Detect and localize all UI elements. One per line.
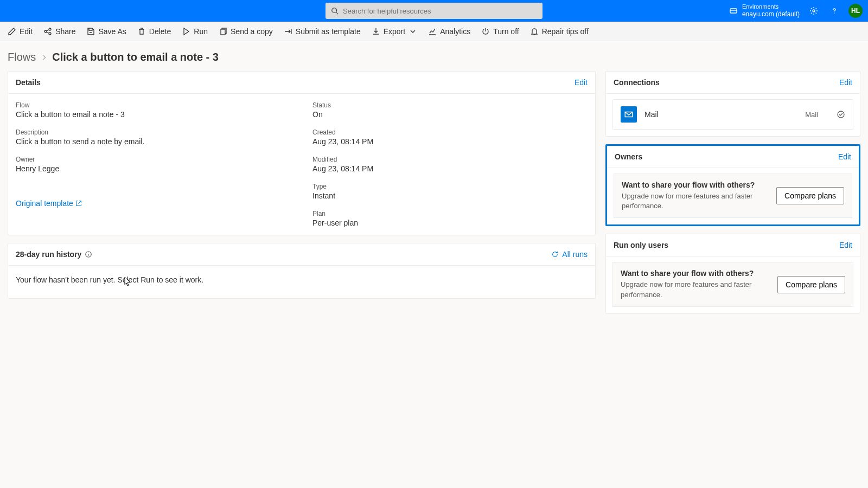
plan-value: Per-user plan	[312, 219, 588, 227]
submit-icon	[284, 27, 292, 36]
run-history-empty: Your flow hasn't been run yet. Select Ru…	[8, 266, 595, 298]
owner-value: Henry Legge	[16, 164, 291, 173]
svg-point-8	[49, 33, 51, 35]
submit-template-button[interactable]: Submit as template	[284, 27, 361, 36]
question-icon	[830, 7, 839, 15]
chevron-right-icon	[40, 54, 48, 61]
gear-icon	[809, 7, 818, 15]
search-icon	[331, 7, 339, 15]
owners-promo-title: Want to share your flow with others?	[622, 181, 765, 189]
check-circle-icon	[837, 110, 845, 119]
export-button[interactable]: Export	[372, 27, 417, 36]
flow-value: Click a button to email a note - 3	[16, 110, 291, 119]
edit-icon	[8, 27, 16, 36]
delete-button[interactable]: Delete	[137, 27, 171, 36]
status-value: On	[312, 110, 588, 119]
share-button[interactable]: Share	[43, 27, 75, 36]
created-value: Aug 23, 08:14 PM	[312, 137, 588, 146]
run-only-edit-link[interactable]: Edit	[839, 241, 852, 249]
env-label: Environments	[742, 3, 800, 10]
connections-card: Connections Edit Mail Mail	[605, 71, 860, 137]
desc-value: Click a button to send a note by email.	[16, 137, 291, 146]
breadcrumb: Flows Click a button to email a note - 3	[0, 41, 868, 71]
run-only-promo-sub: Upgrade now for more features and faster…	[621, 280, 767, 299]
trash-icon	[137, 27, 146, 36]
compare-plans-button[interactable]: Compare plans	[777, 276, 845, 293]
connection-type: Mail	[805, 111, 818, 119]
owners-title: Owners	[615, 152, 642, 161]
help-button[interactable]	[828, 4, 841, 17]
user-avatar[interactable]: HL	[848, 4, 863, 18]
breadcrumb-current: Click a button to email a note - 3	[52, 51, 219, 63]
content-area: Details Edit FlowClick a button to email…	[0, 71, 868, 325]
plan-label: Plan	[312, 210, 588, 217]
app-header: Environments enayu.com (default) HL	[0, 0, 868, 22]
export-icon	[372, 27, 380, 36]
send-copy-button[interactable]: Send a copy	[219, 27, 273, 36]
edit-button[interactable]: Edit	[8, 27, 33, 36]
connection-item[interactable]: Mail Mail	[612, 99, 853, 130]
svg-point-0	[332, 8, 337, 13]
svg-rect-2	[730, 9, 737, 13]
env-value: enayu.com (default)	[742, 10, 800, 18]
search-box[interactable]	[326, 3, 542, 19]
save-as-button[interactable]: Save As	[86, 27, 126, 36]
run-only-title: Run only users	[614, 241, 668, 249]
svg-point-7	[49, 28, 51, 30]
connections-title: Connections	[614, 78, 660, 87]
modified-label: Modified	[312, 156, 588, 163]
play-icon	[182, 27, 190, 36]
header-right: Environments enayu.com (default) HL	[729, 3, 868, 18]
info-icon[interactable]	[85, 251, 92, 258]
owners-edit-link[interactable]: Edit	[838, 152, 851, 161]
bell-icon	[530, 27, 539, 36]
repair-tips-button[interactable]: Repair tips off	[530, 27, 589, 36]
run-history-title: 28-day run history	[16, 250, 81, 259]
refresh-icon	[551, 251, 559, 258]
environment-icon	[729, 7, 738, 15]
type-label: Type	[312, 183, 588, 190]
connection-name: Mail	[644, 110, 797, 119]
svg-line-10	[47, 32, 49, 33]
search-input[interactable]	[343, 7, 537, 15]
power-icon	[481, 27, 490, 36]
type-value: Instant	[312, 191, 588, 200]
owners-card: Owners Edit Want to share your flow with…	[605, 144, 860, 226]
svg-line-9	[47, 30, 49, 31]
flow-label: Flow	[16, 101, 291, 109]
mail-icon	[621, 106, 637, 123]
save-icon	[86, 27, 95, 36]
svg-line-1	[336, 12, 339, 15]
svg-point-16	[838, 111, 844, 118]
turn-off-button[interactable]: Turn off	[481, 27, 519, 36]
modified-value: Aug 23, 08:14 PM	[312, 164, 588, 173]
search-container	[326, 3, 542, 19]
copy-icon	[219, 27, 227, 36]
connections-edit-link[interactable]: Edit	[839, 78, 852, 87]
environment-picker[interactable]: Environments enayu.com (default)	[729, 3, 800, 18]
svg-point-14	[88, 253, 89, 253]
breadcrumb-root[interactable]: Flows	[8, 51, 36, 63]
run-only-users-card: Run only users Edit Want to share your f…	[605, 234, 860, 313]
status-label: Status	[312, 101, 588, 109]
details-card: Details Edit FlowClick a button to email…	[8, 71, 596, 235]
desc-label: Description	[16, 129, 291, 136]
chevron-down-icon	[409, 27, 417, 36]
run-only-promo: Want to share your flow with others? Upg…	[612, 262, 853, 306]
command-bar: Edit Share Save As Delete Run Send a cop…	[0, 22, 868, 41]
settings-button[interactable]	[807, 4, 820, 17]
owners-promo: Want to share your flow with others? Upg…	[614, 174, 852, 218]
svg-point-6	[44, 30, 47, 33]
details-edit-link[interactable]: Edit	[575, 78, 588, 87]
analytics-button[interactable]: Analytics	[428, 27, 470, 36]
svg-rect-11	[221, 29, 225, 35]
run-history-card: 28-day run history All runs Your flow ha…	[8, 243, 596, 299]
svg-point-4	[813, 10, 815, 12]
owner-label: Owner	[16, 156, 291, 163]
all-runs-link[interactable]: All runs	[551, 250, 588, 259]
svg-point-5	[834, 12, 834, 13]
compare-plans-button[interactable]: Compare plans	[776, 187, 844, 204]
original-template-link[interactable]: Original template	[16, 199, 291, 208]
run-button[interactable]: Run	[182, 27, 208, 36]
run-only-promo-title: Want to share your flow with others?	[621, 269, 767, 278]
